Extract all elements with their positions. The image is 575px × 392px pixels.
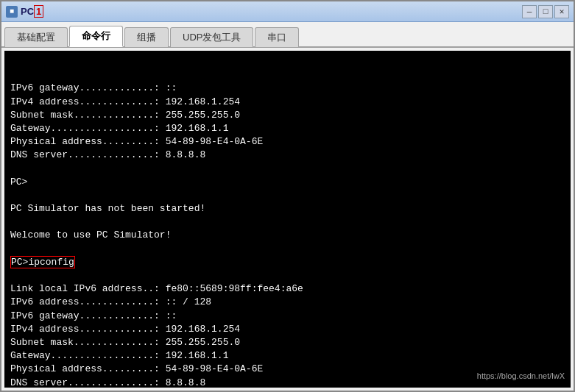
tab-multicast[interactable]: 组播 <box>124 27 169 47</box>
terminal-wrapper: IPv6 gateway.............: :: IPv4 addre… <box>1 48 574 391</box>
watermark: https://blog.csdn.net/lwX <box>477 371 565 382</box>
title-number: 1 <box>34 5 43 18</box>
title-bar-left: ■ PC1 <box>6 6 43 18</box>
pc1-window: ■ PC1 — □ ✕ 基础配置 命令行 组播 UDP发包工具 串口 IPv6 … <box>0 0 575 392</box>
title-prefix: PC <box>21 6 34 17</box>
tab-bar: 基础配置 命令行 组播 UDP发包工具 串口 <box>1 22 574 48</box>
window-icon: ■ <box>6 6 18 18</box>
maximize-button[interactable]: □ <box>538 5 553 18</box>
terminal-previous-output: IPv6 gateway.............: :: IPv4 addre… <box>10 82 263 240</box>
title-controls: — □ ✕ <box>522 5 569 18</box>
close-button[interactable]: ✕ <box>554 5 569 18</box>
terminal[interactable]: IPv6 gateway.............: :: IPv4 addre… <box>4 51 571 388</box>
tab-basic[interactable]: 基础配置 <box>4 27 68 47</box>
tab-serial[interactable]: 串口 <box>255 27 299 47</box>
title-bar: ■ PC1 — □ ✕ <box>1 1 574 22</box>
terminal-output: Link local IPv6 address..: fe80::5689:98… <box>10 283 303 388</box>
command-highlight: PC>ipconfig <box>10 256 75 268</box>
minimize-button[interactable]: — <box>522 5 537 18</box>
tab-udp[interactable]: UDP发包工具 <box>170 27 253 47</box>
terminal-content: IPv6 gateway.............: :: IPv4 addre… <box>10 82 565 388</box>
tab-cmd[interactable]: 命令行 <box>69 26 123 47</box>
window-title: PC1 <box>21 6 43 17</box>
